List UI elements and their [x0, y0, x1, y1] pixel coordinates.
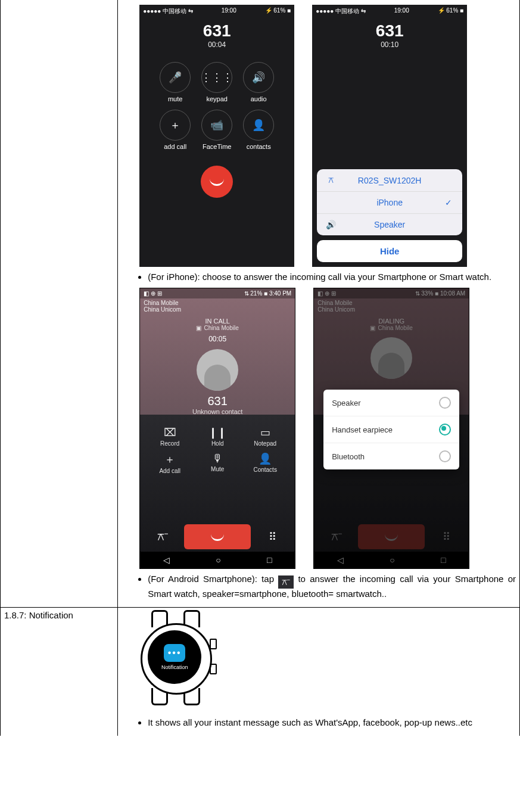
status-left: ●●●●● 中国移动 ⇆ — [316, 7, 366, 15]
audio-route-earpiece[interactable]: Handset earpiece — [323, 416, 459, 443]
contacts-button[interactable]: 👤 contacts — [238, 110, 279, 150]
call-duration: 00:10 — [312, 41, 467, 49]
call-duration: 00:05 — [140, 335, 295, 343]
status-right: ⇅ 21% ■ 3:40 PM — [244, 290, 292, 297]
notification-bubble-icon: ••• — [164, 644, 185, 662]
audio-route-speaker[interactable]: Speaker — [323, 390, 459, 416]
carrier-label: China Mobile China Unicom — [314, 298, 469, 314]
notepad-label: Notepad — [254, 440, 276, 447]
keypad-icon: ⋮⋮⋮ — [201, 62, 232, 93]
radio-icon — [439, 450, 451, 462]
record-icon: ⌧ — [146, 426, 194, 439]
notepad-icon: ▭ — [241, 426, 289, 439]
iphone-screenshot-row: ●●●●● 中国移动 ⇆ 19:00 ⚡ 61% ■ 631 00:04 🎤 m… — [139, 5, 516, 267]
call-state: DIALING — [314, 318, 469, 325]
notepad-button[interactable]: ▭ Notepad — [241, 426, 289, 447]
add-call-button[interactable]: ＋ add call — [154, 110, 196, 150]
hold-icon: ❙❙ — [194, 426, 241, 439]
android-instruction-pre: (For Android Smartphone): tap — [148, 574, 278, 584]
android-screenshot-row: ◧ ⊕ ⊞ ⇅ 21% ■ 3:40 PM China Mobile China… — [139, 288, 516, 569]
mute-label: Mute — [211, 466, 224, 472]
contacts-label: Contacts — [253, 466, 276, 473]
mute-button[interactable]: 🎤 mute — [154, 62, 196, 102]
nav-home-icon[interactable]: ○ — [390, 555, 394, 565]
smartwatch-illustration: ••• Notification — [124, 612, 516, 714]
status-bar: ●●●●● 中国移动 ⇆ 19:00 ⚡ 61% ■ — [139, 5, 294, 15]
nav-back-icon[interactable]: ◁ — [163, 555, 170, 565]
contacts-icon: 👤 — [243, 110, 274, 141]
android-screenshot-audio-popup: ◧ ⊕ ⊞ ⇅ 33% ■ 10:08 AM China Mobile Chin… — [313, 288, 469, 569]
status-right: ⚡ 61% ■ — [265, 7, 291, 15]
call-number-block: 631 00:10 — [312, 21, 467, 49]
call-state-block: IN CALL ▣China Mobile 00:05 — [140, 318, 295, 343]
audio-route-button[interactable]: ⚻⁻ — [320, 531, 353, 543]
nav-recent-icon[interactable]: □ — [267, 555, 272, 565]
audio-route-sheet: ⚻ R02S_SW1202H iPhone ✓ 🔊 Speaker — [317, 169, 462, 262]
section-heading-notification: 1.8.7: Notification — [1, 608, 118, 736]
hold-label: Hold — [211, 440, 224, 447]
checkmark-icon: ✓ — [443, 198, 454, 207]
add-call-button[interactable]: ＋ Add call — [146, 452, 194, 475]
contacts-button[interactable]: 👤 Contacts — [241, 452, 289, 475]
keypad-button[interactable]: ⋮⋮⋮ keypad — [196, 62, 238, 102]
end-call-button[interactable] — [358, 524, 425, 549]
section-heading-empty — [1, 0, 118, 608]
sim-label: ▣China Mobile — [314, 325, 469, 331]
hide-sheet-button[interactable]: Hide — [317, 240, 462, 262]
audio-button[interactable]: 🔊 audio — [238, 62, 279, 102]
keypad-label: keypad — [196, 95, 238, 102]
contact-avatar — [370, 337, 412, 379]
call-routing-content: ●●●●● 中国移动 ⇆ 19:00 ⚡ 61% ■ 631 00:04 🎤 m… — [118, 0, 520, 608]
status-bar: ●●●●● 中国移动 ⇆ 19:00 ⚡ 61% ■ — [312, 5, 467, 15]
speaker-icon: 🔊 — [325, 220, 336, 229]
android-navbar: ◁ ○ □ — [314, 552, 469, 568]
audio-route-bluetooth[interactable]: Bluetooth — [323, 443, 459, 469]
android-screenshot-in-call: ◧ ⊕ ⊞ ⇅ 21% ■ 3:40 PM China Mobile China… — [139, 288, 295, 569]
call-number: 631 — [139, 21, 294, 41]
call-duration: 00:04 — [139, 41, 294, 49]
nav-recent-icon[interactable]: □ — [441, 555, 446, 565]
status-right: ⚡ 61% ■ — [438, 7, 464, 15]
add-call-label: add call — [154, 143, 196, 150]
mute-icon: 🎤 — [160, 62, 191, 93]
dialpad-button[interactable]: ⠿ — [429, 530, 463, 543]
radio-selected-icon — [439, 424, 451, 435]
call-state-block: DIALING ▣China Mobile — [314, 318, 469, 331]
audio-route-button[interactable]: ⚻⁻ — [146, 531, 179, 543]
iphone-screenshot-grid: ●●●●● 中国移动 ⇆ 19:00 ⚡ 61% ■ 631 00:04 🎤 m… — [139, 5, 294, 267]
status-icons-left: ◧ ⊕ ⊞ — [144, 290, 162, 297]
iphone-instruction-text: (For iPhone): choose to answer the incom… — [148, 272, 516, 282]
call-number-block: 631 00:04 — [139, 21, 294, 49]
sim-label: ▣China Mobile — [140, 325, 295, 331]
audio-icon: 🔊 — [243, 62, 274, 93]
audio-route-popup: Speaker Handset earpiece Bluetooth — [323, 390, 459, 469]
android-navbar: ◁ ○ □ — [140, 552, 295, 568]
status-icons-left: ◧ ⊕ ⊞ — [317, 290, 336, 297]
android-instruction-text: (For Android Smartphone): tap ⚻⁻ to answ… — [148, 574, 516, 599]
add-call-label: Add call — [159, 468, 180, 474]
record-label: Record — [160, 440, 179, 447]
audio-route-label: R02S_SW1202H — [336, 176, 443, 185]
iphone-screenshot-audio-sheet: ●●●●● 中国移动 ⇆ 19:00 ⚡ 61% ■ 631 00:10 ⚻ R… — [312, 5, 467, 267]
hold-button[interactable]: ❙❙ Hold — [194, 426, 241, 447]
bluetooth-inline-icon: ⚻⁻ — [278, 575, 294, 589]
nav-home-icon[interactable]: ○ — [216, 555, 220, 565]
facetime-button[interactable]: 📹 FaceTime — [196, 110, 238, 150]
facetime-label: FaceTime — [196, 143, 238, 150]
record-button[interactable]: ⌧ Record — [146, 426, 194, 447]
contact-name: Unknown contact — [140, 408, 295, 415]
add-call-icon: ＋ — [160, 110, 191, 141]
carrier-label: China Mobile China Unicom — [140, 298, 295, 314]
end-call-button[interactable] — [184, 524, 251, 549]
dialpad-button[interactable]: ⠿ — [256, 530, 289, 543]
end-call-button[interactable] — [201, 166, 233, 198]
audio-route-label: iPhone — [336, 198, 443, 207]
mute-icon: 🎙 — [194, 452, 241, 465]
audio-route-bluetooth[interactable]: ⚻ R02S_SW1202H — [317, 169, 462, 192]
status-right: ⇅ 33% ■ 10:08 AM — [415, 290, 466, 297]
contact-avatar — [197, 349, 238, 391]
mute-button[interactable]: 🎙 Mute — [194, 452, 241, 475]
nav-back-icon[interactable]: ◁ — [337, 555, 344, 565]
audio-route-iphone[interactable]: iPhone ✓ — [317, 192, 462, 214]
audio-route-speaker[interactable]: 🔊 Speaker — [317, 214, 462, 235]
